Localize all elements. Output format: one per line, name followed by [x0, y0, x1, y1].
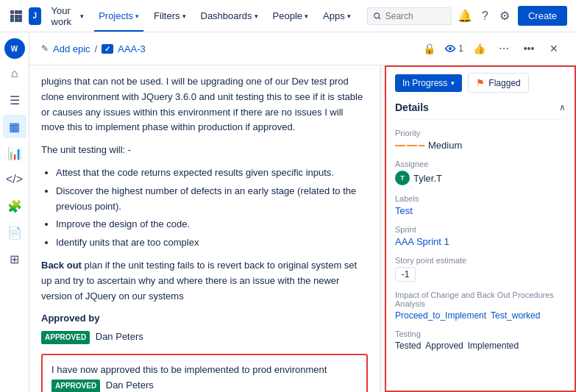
- breadcrumb: ✎ Add epic / ✓ AAA-3: [41, 43, 146, 54]
- svg-rect-1: [15, 10, 18, 14]
- chevron-down-icon: ▾: [255, 13, 258, 20]
- testing-row: Testing Tested Approved Implemented: [395, 329, 566, 351]
- details-header: Details ∧: [395, 101, 566, 120]
- impact-link-2[interactable]: Test_worked: [491, 310, 540, 321]
- sidebar-icon-components[interactable]: ⊞: [3, 247, 26, 271]
- impact-row: Impact of Change and Back Out Procedures…: [395, 291, 566, 321]
- nav-people[interactable]: People ▾: [269, 10, 313, 21]
- assignee-avatar: T: [395, 171, 410, 185]
- list-item: Identify units that are too complex: [56, 235, 368, 251]
- status-label: In Progress: [402, 78, 447, 88]
- story-point-box: -1: [395, 267, 416, 282]
- nav-projects[interactable]: Projects ▾: [94, 0, 143, 32]
- sprint-value[interactable]: AAA Sprint 1: [395, 236, 566, 247]
- main-content: ✎ Add epic / ✓ AAA-3 🔒 1 👍 ⋯ ••• ✕: [29, 32, 576, 392]
- impact-link-1[interactable]: Proceed_to_Implement: [395, 310, 486, 321]
- breadcrumb-issue-key[interactable]: AAA-3: [118, 43, 146, 54]
- left-panel: plugins that can not be used. I will be …: [29, 65, 380, 392]
- labels-row: Labels Test: [395, 194, 566, 216]
- status-button[interactable]: In Progress ▾: [395, 74, 462, 92]
- svg-rect-4: [15, 15, 18, 18]
- help-icon[interactable]: ?: [478, 6, 492, 26]
- search-input[interactable]: [385, 11, 445, 21]
- sprint-row: Sprint AAA Sprint 1: [395, 225, 566, 247]
- svg-line-10: [378, 17, 380, 19]
- svg-rect-2: [18, 10, 22, 14]
- chevron-down-icon: ▾: [182, 13, 186, 20]
- content-area: plugins that can not be used. I will be …: [29, 65, 576, 392]
- nav-apps[interactable]: Apps ▾: [319, 10, 355, 21]
- pencil-icon: ✎: [41, 43, 49, 54]
- more-icon[interactable]: •••: [519, 38, 539, 59]
- approved-badge: APPROVED: [41, 331, 90, 344]
- svg-point-9: [374, 13, 380, 18]
- list-item: Improve the design of the code.: [56, 217, 368, 232]
- svg-rect-3: [10, 15, 14, 18]
- search-box[interactable]: [367, 7, 452, 25]
- unit-testing-list: Attest that the code returns expected re…: [56, 165, 368, 251]
- highlight-approved-name: Dan Peters: [106, 379, 154, 391]
- priority-value: Medium: [395, 140, 566, 151]
- avatar[interactable]: W: [4, 38, 25, 59]
- back-out-label: Back out: [41, 260, 82, 271]
- testing-tag-2: Approved: [425, 341, 463, 351]
- grid-icon[interactable]: [9, 6, 23, 26]
- priority-icon: [395, 145, 424, 146]
- sidebar-icon-chart[interactable]: 📊: [3, 141, 26, 165]
- assignee-value: T Tyler.T: [395, 171, 566, 185]
- nav-dashboards[interactable]: Dashboards ▾: [196, 10, 263, 21]
- nav-filters[interactable]: Filters ▾: [149, 10, 190, 21]
- app-logo: J: [29, 7, 40, 25]
- create-button[interactable]: Create: [518, 6, 567, 26]
- svg-point-11: [449, 47, 452, 50]
- svg-rect-5: [18, 15, 22, 18]
- approved-by-label: Approved by: [41, 311, 368, 327]
- testing-tag-3: Implemented: [468, 341, 519, 351]
- highlight-approved-badge: APPROVED: [51, 379, 100, 392]
- testing-tags: Tested Approved Implemented: [395, 341, 566, 351]
- assignee-row: Assignee T Tyler.T: [395, 160, 566, 185]
- priority-label: Priority: [395, 129, 566, 138]
- close-icon[interactable]: ✕: [544, 38, 564, 59]
- sidebar-icon-code[interactable]: </>: [3, 168, 26, 191]
- impact-links: Proceed_to_Implement Test_worked: [395, 310, 566, 321]
- chevron-down-icon: ▾: [347, 13, 351, 20]
- sidebar-icon-board[interactable]: ▦: [3, 115, 26, 138]
- testing-label: Testing: [395, 329, 566, 338]
- testing-tag-1: Tested: [395, 341, 421, 351]
- chevron-down-icon: ▾: [80, 13, 84, 20]
- description-paragraph: plugins that can not be used. I will be …: [41, 74, 368, 135]
- thumbsup-icon[interactable]: 👍: [469, 38, 489, 59]
- flagged-button[interactable]: ⚑ Flagged: [468, 73, 528, 93]
- app-body: W ⌂ ☰ ▦ 📊 </> 🧩 📄 ⊞ ✎ Add epic / ✓ AAA-3…: [0, 32, 576, 392]
- notifications-icon[interactable]: 🔔: [458, 6, 472, 26]
- impact-label: Impact of Change and Back Out Procedures…: [395, 291, 566, 308]
- top-nav: J Your work ▾ Projects ▾ Filters ▾ Dashb…: [0, 0, 576, 32]
- list-item: Discover the highest number of defects i…: [56, 184, 368, 215]
- nav-your-work[interactable]: Your work ▾: [47, 5, 89, 27]
- watch-count: 1: [458, 43, 463, 54]
- sidebar-icon-home[interactable]: ⌂: [3, 62, 26, 85]
- svg-rect-7: [15, 18, 18, 22]
- chevron-up-icon[interactable]: ∧: [559, 102, 566, 113]
- left-sidebar: W ⌂ ☰ ▦ 📊 </> 🧩 📄 ⊞: [0, 32, 29, 392]
- list-item: Attest that the code returns expected re…: [56, 165, 368, 181]
- approved-name: Dan Peters: [96, 331, 143, 342]
- chevron-down-icon: ▾: [305, 13, 308, 20]
- watch-icon[interactable]: 1: [444, 38, 464, 59]
- sidebar-icon-pages[interactable]: 📄: [3, 221, 26, 244]
- back-out-text: plan if the unit testing fails to is rev…: [41, 260, 357, 302]
- breadcrumb-add-epic[interactable]: Add epic: [53, 43, 90, 54]
- labels-value[interactable]: Test: [395, 205, 566, 216]
- sidebar-icon-puzzle[interactable]: 🧩: [3, 194, 26, 218]
- lock-icon[interactable]: 🔒: [419, 38, 439, 59]
- priority-text: Medium: [428, 140, 462, 151]
- settings-icon[interactable]: ⚙: [498, 6, 512, 26]
- unit-testing-title: The unit testing will: -: [41, 143, 368, 158]
- share-icon[interactable]: ⋯: [494, 38, 514, 59]
- priority-row: Priority Medium: [395, 129, 566, 151]
- svg-rect-0: [10, 10, 14, 14]
- chevron-down-icon: ▾: [451, 79, 455, 87]
- sidebar-icon-list[interactable]: ☰: [3, 88, 26, 112]
- story-point-row: Story point estimate -1: [395, 256, 566, 282]
